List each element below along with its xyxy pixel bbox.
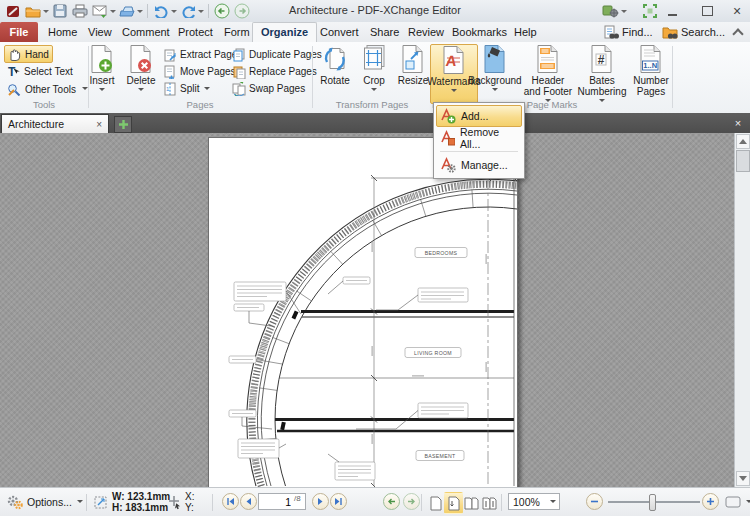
- find-icon: [604, 25, 619, 40]
- remove-all-watermarks-label: Remove All...: [460, 126, 518, 150]
- options-dropdown-arrow: [77, 500, 83, 506]
- background-dropdown-arrow: [492, 88, 498, 94]
- bates-numbering-button[interactable]: # Bates Numbering: [576, 44, 628, 105]
- new-tab-button[interactable]: [114, 116, 132, 133]
- ui-options-dropdown-arrow[interactable]: [621, 10, 627, 16]
- header-footer-button[interactable]: Header and Footer: [522, 44, 574, 105]
- replace-pages-icon: [232, 65, 246, 79]
- minimize-button[interactable]: [662, 2, 682, 20]
- room-label-bedrooms: BEDROOMS: [425, 250, 458, 256]
- delete-label: Delete: [127, 75, 156, 86]
- history-forward-button[interactable]: [403, 493, 420, 510]
- move-pages-label: Move Pages: [180, 66, 236, 77]
- cursor-position-readout: X: Y:: [168, 488, 194, 516]
- continuous-view-button[interactable]: [444, 492, 463, 514]
- number-pages-label: Number Pages: [629, 75, 673, 97]
- two-page-view-button[interactable]: [462, 492, 481, 514]
- crop-icon: [361, 44, 387, 74]
- header-footer-label: Header and Footer: [522, 75, 574, 97]
- title-bar: Architecture - PDF-XChange Editor ×: [0, 0, 750, 23]
- split-dropdown-arrow: [204, 87, 210, 93]
- background-label: Background: [468, 75, 521, 86]
- vertical-scrollbar[interactable]: [734, 133, 750, 487]
- collapse-ribbon-icon[interactable]: [734, 23, 742, 41]
- page-height-value: H: 183.1mm: [112, 502, 170, 513]
- zoom-slider-thumb[interactable]: [649, 494, 656, 511]
- tab-comment[interactable]: Comment: [114, 22, 178, 42]
- manage-watermarks-label: Manage...: [461, 159, 508, 171]
- select-text-button[interactable]: T Select Text: [4, 63, 76, 79]
- other-tools-icon: [7, 83, 21, 96]
- document-canvas[interactable]: BEDROOMS LIVING ROOM BASEMENT: [0, 133, 750, 487]
- tab-bookmarks[interactable]: Bookmarks: [444, 22, 515, 42]
- crop-button[interactable]: Crop: [356, 44, 392, 94]
- find-button[interactable]: Find...: [604, 23, 653, 41]
- svg-text:#: #: [598, 53, 605, 67]
- search-button[interactable]: Search...: [662, 23, 725, 41]
- monitor-icon: [725, 496, 741, 509]
- fullscreen-icon[interactable]: [640, 2, 660, 20]
- scroll-up-arrow[interactable]: [736, 134, 750, 149]
- rotate-label: Rotate: [320, 75, 349, 86]
- replace-pages-label: Replace Pages: [249, 66, 317, 77]
- remove-all-watermarks-icon: [440, 130, 455, 146]
- svg-text:1..N: 1..N: [643, 61, 657, 70]
- previous-page-button[interactable]: [240, 493, 257, 510]
- zoom-out-button[interactable]: [586, 493, 603, 510]
- menu-item-remove-all-watermarks[interactable]: Remove All...: [436, 127, 522, 149]
- split-button[interactable]: 1 Split: [163, 81, 210, 96]
- window-title: Architecture - PDF-XChange Editor: [0, 4, 750, 16]
- extract-pages-icon: [163, 48, 177, 62]
- document-tab-close-icon[interactable]: ×: [96, 119, 102, 130]
- history-back-button[interactable]: [383, 493, 400, 510]
- other-tools-button[interactable]: Other Tools: [4, 81, 91, 97]
- duplicate-pages-button[interactable]: Duplicate Pages: [232, 47, 322, 62]
- hand-tool-button[interactable]: Hand: [4, 45, 53, 63]
- last-page-button[interactable]: [330, 493, 347, 510]
- document-tab-architecture[interactable]: Architecture ×: [1, 114, 109, 133]
- scrollbar-thumb[interactable]: [736, 150, 750, 172]
- architectural-drawing: BEDROOMS LIVING ROOM BASEMENT: [209, 138, 517, 487]
- scroll-down-arrow[interactable]: [736, 471, 750, 486]
- delete-icon: [129, 44, 153, 74]
- single-page-view-button[interactable]: [426, 492, 445, 514]
- status-bar: Options... W: 123.1mm H: 183.1mm X: Y: /…: [0, 487, 750, 516]
- ui-options-icon[interactable]: [602, 2, 628, 20]
- delete-button[interactable]: Delete: [122, 44, 160, 94]
- resize-icon: [401, 44, 425, 74]
- tab-protect[interactable]: Protect: [170, 22, 221, 42]
- two-page-continuous-view-button[interactable]: [480, 492, 499, 514]
- replace-pages-button[interactable]: Replace Pages: [232, 64, 317, 79]
- close-document-icon[interactable]: ×: [730, 115, 746, 131]
- maximize-button[interactable]: [697, 2, 717, 20]
- fit-page-button[interactable]: [725, 488, 750, 516]
- tab-home[interactable]: Home: [40, 22, 85, 42]
- menu-item-add-watermark[interactable]: Add...: [436, 105, 522, 127]
- rotate-button[interactable]: Rotate: [316, 44, 354, 86]
- first-page-button[interactable]: [222, 493, 239, 510]
- zoom-level-combobox[interactable]: 100%: [508, 493, 560, 510]
- next-page-button[interactable]: [312, 493, 329, 510]
- number-pages-button[interactable]: 1..N Number Pages: [630, 44, 672, 97]
- pdf-xchange-editor-window: { "titlebar": { "title": "Architecture -…: [0, 0, 750, 516]
- insert-button[interactable]: Insert: [84, 44, 120, 94]
- menu-item-manage-watermarks[interactable]: Manage...: [436, 154, 522, 176]
- tab-file[interactable]: File: [0, 22, 38, 42]
- tab-help[interactable]: Help: [506, 22, 545, 42]
- room-label-basement: BASEMENT: [425, 453, 456, 459]
- rotate-icon: [322, 44, 348, 74]
- resize-label: Resize: [398, 75, 429, 86]
- move-pages-button[interactable]: Move Pages: [163, 64, 236, 79]
- tab-organize[interactable]: Organize: [252, 22, 317, 43]
- zoom-in-button[interactable]: [702, 493, 719, 510]
- background-button[interactable]: Background: [470, 44, 520, 94]
- close-button[interactable]: ×: [727, 2, 747, 20]
- swap-pages-icon: [232, 82, 246, 96]
- extract-pages-button[interactable]: Extract Pages: [163, 47, 242, 62]
- options-label: Options...: [27, 496, 72, 508]
- options-button[interactable]: Options...: [6, 488, 83, 516]
- page-width-value: W: 123.1mm: [112, 491, 170, 502]
- pdf-page[interactable]: BEDROOMS LIVING ROOM BASEMENT: [208, 137, 518, 487]
- swap-pages-button[interactable]: Swap Pages: [232, 81, 305, 96]
- tab-convert[interactable]: Convert: [312, 22, 367, 42]
